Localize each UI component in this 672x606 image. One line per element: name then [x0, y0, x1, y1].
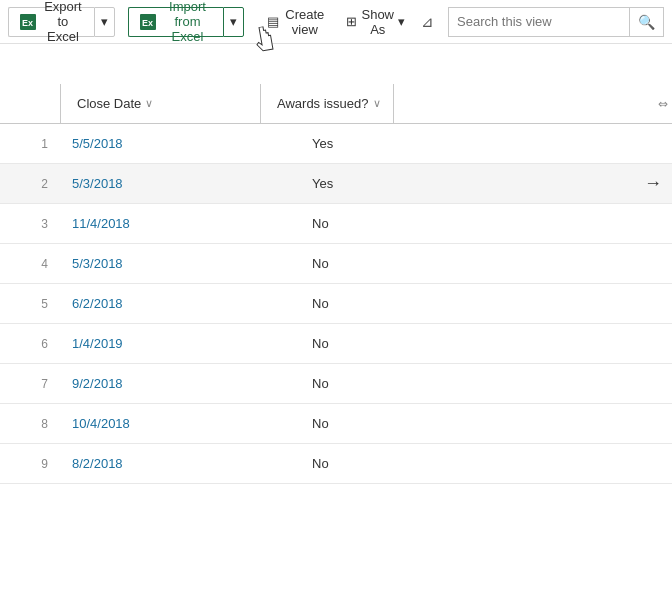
table-row: 6 1/4/2019 No [0, 324, 672, 364]
col-header-close-date[interactable]: Close Date ∨ [60, 84, 260, 123]
awards-issued-sort-icon: ∨ [373, 97, 381, 110]
col-header-awards-issued[interactable]: Awards issued? ∨ [260, 84, 393, 123]
toolbar-right: ⊿ 🔍 [415, 7, 664, 37]
export-excel-caret[interactable]: ▾ [94, 7, 115, 37]
divider-1 [121, 10, 122, 34]
export-excel-icon: Ex [19, 13, 37, 31]
cell-awards-issued: No [300, 296, 500, 311]
cell-close-date[interactable]: 9/2/2018 [60, 376, 300, 391]
filter-button[interactable]: ⊿ [415, 9, 440, 35]
row-number: 4 [0, 257, 60, 271]
search-icon: 🔍 [638, 14, 655, 30]
svg-text:Ex: Ex [22, 18, 33, 28]
show-as-button[interactable]: ⊞ Show As ▾ [336, 7, 415, 37]
column-headers: Close Date ∨ Awards issued? ∨ ⇔ [0, 84, 672, 124]
close-date-sort-icon: ∨ [145, 97, 153, 110]
import-excel-button[interactable]: Ex Import from Excel [128, 7, 224, 37]
import-caret-icon: ▾ [230, 14, 237, 29]
cell-close-date[interactable]: 1/4/2019 [60, 336, 300, 351]
cell-awards-issued: No [300, 376, 500, 391]
row-number: 3 [0, 217, 60, 231]
awards-issued-label: Awards issued? [277, 96, 369, 111]
cell-awards-issued: No [300, 216, 500, 231]
row-number: 6 [0, 337, 60, 351]
row-number: 7 [0, 377, 60, 391]
cell-awards-issued: No [300, 336, 500, 351]
cell-close-date[interactable]: 5/5/2018 [60, 136, 300, 151]
create-view-button[interactable]: ▤ Create view [257, 7, 336, 37]
cell-close-date[interactable]: 8/2/2018 [60, 456, 300, 471]
export-excel-button[interactable]: Ex Export to Excel [8, 7, 94, 37]
import-excel-group: Ex Import from Excel ▾ [128, 7, 245, 37]
cell-close-date[interactable]: 5/3/2018 [60, 256, 300, 271]
search-box: 🔍 [448, 7, 664, 37]
cell-awards-issued: No [300, 456, 500, 471]
import-excel-label: Import from Excel [162, 0, 214, 44]
search-input[interactable] [449, 14, 629, 29]
cell-awards-issued: Yes [300, 176, 500, 191]
create-view-label: Create view [283, 7, 326, 37]
filter-icon: ⊿ [421, 13, 434, 30]
show-as-label: Show As [361, 7, 394, 37]
export-excel-label: Export to Excel [42, 0, 84, 44]
create-view-icon: ▤ [267, 14, 279, 29]
toolbar: Ex Export to Excel ▾ Ex Import from Exce… [0, 0, 672, 44]
export-caret-icon: ▾ [101, 14, 108, 29]
row-number: 2 [0, 177, 60, 191]
row-arrow-icon: → [644, 173, 662, 194]
resize-icon: ⇔ [658, 97, 668, 111]
show-as-icon: ⊞ [346, 14, 357, 29]
cell-close-date[interactable]: 5/3/2018 [60, 176, 300, 191]
import-excel-caret[interactable]: ▾ [223, 7, 244, 37]
table-row: 8 10/4/2018 No [0, 404, 672, 444]
show-as-caret-icon: ▾ [398, 14, 405, 29]
row-number: 1 [0, 137, 60, 151]
table-row: 3 11/4/2018 No [0, 204, 672, 244]
row-number: 5 [0, 297, 60, 311]
table-row: 7 9/2/2018 No [0, 364, 672, 404]
cell-awards-issued: No [300, 416, 500, 431]
table-row: 1 5/5/2018 Yes [0, 124, 672, 164]
import-excel-icon: Ex [139, 13, 157, 31]
close-date-label: Close Date [77, 96, 141, 111]
svg-text:Ex: Ex [142, 18, 153, 28]
table-row: 2 5/3/2018 Yes → [0, 164, 672, 204]
export-excel-group: Ex Export to Excel ▾ [8, 7, 115, 37]
cell-close-date[interactable]: 6/2/2018 [60, 296, 300, 311]
data-table: 1 5/5/2018 Yes 2 5/3/2018 Yes → 3 11/4/2… [0, 124, 672, 484]
divider-2 [250, 10, 251, 34]
cell-close-date[interactable]: 10/4/2018 [60, 416, 300, 431]
cell-awards-issued: Yes [300, 136, 500, 151]
table-row: 4 5/3/2018 No [0, 244, 672, 284]
table-row: 9 8/2/2018 No [0, 444, 672, 484]
search-button[interactable]: 🔍 [629, 8, 663, 36]
row-number: 9 [0, 457, 60, 471]
cell-close-date[interactable]: 11/4/2018 [60, 216, 300, 231]
row-number: 8 [0, 417, 60, 431]
col-resize-handle[interactable]: ⇔ [393, 84, 672, 123]
cell-awards-issued: No [300, 256, 500, 271]
table-row: 5 6/2/2018 No [0, 284, 672, 324]
